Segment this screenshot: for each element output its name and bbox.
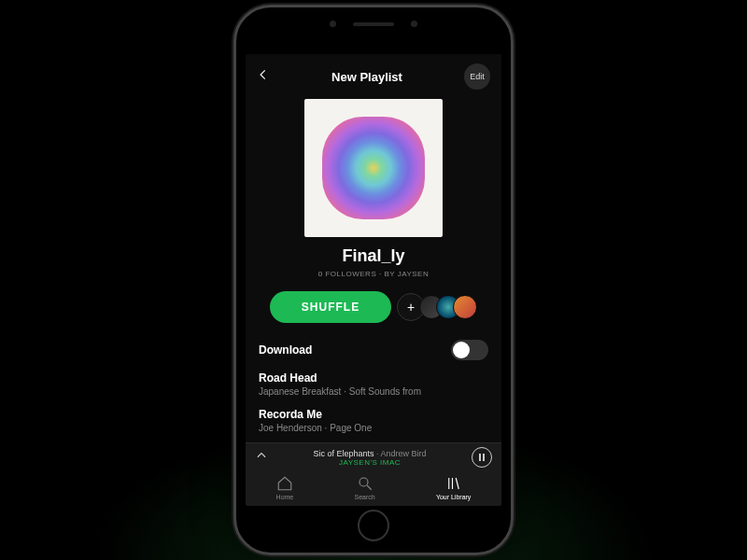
chevron-up-icon[interactable]: [255, 449, 268, 466]
app-screen: New Playlist Edit Final_ly 0 FOLLOWERS ·…: [246, 54, 501, 506]
download-toggle[interactable]: [451, 340, 488, 360]
download-label: Download: [259, 343, 312, 357]
header: New Playlist Edit: [246, 54, 501, 95]
playlist-byline: 0 FOLLOWERS · BY JAYSEN: [318, 270, 429, 278]
header-title: New Playlist: [331, 70, 402, 84]
track-meta: Joe Henderson · Page One: [259, 423, 488, 433]
now-playing-text: Sic of Elephants · Andrew Bird JAYSEN'S …: [275, 449, 464, 467]
phone-home-button[interactable]: [358, 510, 389, 541]
download-row: Download: [259, 340, 488, 360]
track-row[interactable]: Road Head Japanese Breakfast · Soft Soun…: [259, 371, 488, 397]
back-button[interactable]: [257, 68, 270, 85]
plus-icon: +: [407, 300, 415, 315]
contributor-avatars[interactable]: [427, 295, 477, 319]
shuffle-button[interactable]: SHUFFLE: [270, 291, 391, 323]
tab-label: Search: [354, 494, 374, 500]
pause-button[interactable]: [472, 447, 492, 468]
now-playing-bar[interactable]: Sic of Elephants · Andrew Bird JAYSEN'S …: [246, 442, 501, 471]
now-playing-device: JAYSEN'S IMAC: [275, 458, 464, 467]
playlist-name: Final_ly: [342, 246, 404, 266]
svg-line-1: [367, 485, 372, 490]
playlist-cover[interactable]: [304, 99, 443, 237]
edit-button[interactable]: Edit: [464, 63, 490, 90]
now-playing-artist: Andrew Bird: [381, 449, 427, 458]
action-row: SHUFFLE +: [259, 291, 488, 323]
track-name: Recorda Me: [259, 408, 488, 421]
svg-point-0: [359, 478, 368, 486]
avatar: [453, 295, 477, 319]
phone-frame: New Playlist Edit Final_ly 0 FOLLOWERS ·…: [233, 5, 514, 555]
now-playing-title: Sic of Elephants: [313, 449, 374, 458]
tab-home[interactable]: Home: [276, 475, 294, 500]
tab-library[interactable]: Your Library: [436, 475, 472, 500]
tab-search[interactable]: Search: [354, 475, 374, 500]
track-meta: Japanese Breakfast · Soft Sounds from: [259, 386, 488, 397]
pause-icon: [479, 454, 485, 461]
tab-label: Home: [276, 494, 294, 500]
content: Final_ly 0 FOLLOWERS · BY JAYSEN SHUFFLE…: [246, 95, 501, 442]
svg-line-4: [456, 478, 458, 489]
tab-label: Your Library: [436, 494, 472, 500]
tab-bar: Home Search Your Library: [246, 471, 501, 506]
track-row[interactable]: Recorda Me Joe Henderson · Page One: [259, 408, 488, 433]
phone-notch: [330, 21, 417, 27]
track-name: Road Head: [259, 371, 488, 385]
